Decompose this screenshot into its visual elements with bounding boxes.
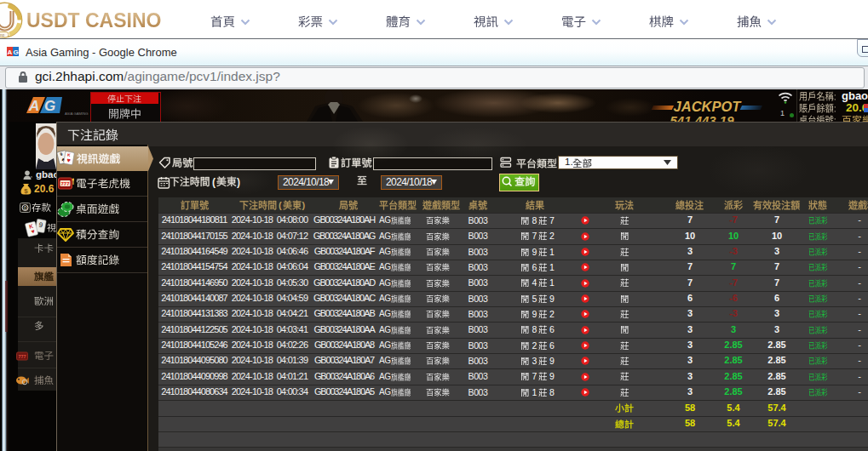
svg-text:$: $ (24, 187, 28, 195)
svg-text:*: * (31, 175, 32, 180)
svg-text:A: A (8, 49, 13, 56)
svg-text:G: G (44, 98, 55, 114)
svg-text:0: 0 (24, 205, 27, 211)
svg-text:ASIA GAMING: ASIA GAMING (65, 111, 88, 116)
svg-text:A: A (28, 98, 39, 114)
svg-text:G: G (13, 49, 18, 56)
svg-text:casino: casino (0, 33, 5, 37)
svg-text:777: 777 (60, 181, 70, 186)
svg-text:777: 777 (18, 354, 26, 359)
